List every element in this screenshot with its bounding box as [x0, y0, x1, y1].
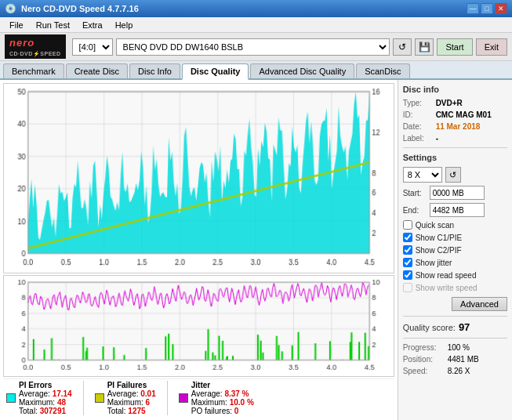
show-c2pif-checkbox[interactable] — [403, 245, 412, 255]
settings-refresh-btn[interactable]: ↺ — [445, 167, 461, 183]
show-write-speed-row: Show write speed — [403, 283, 507, 292]
drive-number-select[interactable]: [4:0] — [72, 38, 113, 56]
speed-value: 8.26 X — [448, 367, 470, 375]
pi-failures-total-val: 1275 — [128, 407, 145, 415]
start-mb-label: Start: — [403, 189, 427, 197]
id-label: ID: — [403, 110, 434, 119]
position-label: Position: — [403, 355, 446, 364]
pi-errors-max-val: 48 — [57, 398, 66, 407]
divider-3 — [403, 338, 507, 339]
end-mb-label: End: — [403, 206, 427, 215]
pi-errors-legend — [6, 393, 16, 403]
jitter-avg-val: 8.37 % — [224, 389, 249, 398]
exit-button[interactable]: Exit — [476, 38, 507, 56]
pi-errors-total-label: Total: — [19, 407, 38, 415]
jitter-po-val: 0 — [234, 407, 239, 415]
advanced-button[interactable]: Advanced — [452, 297, 507, 311]
label-value: - — [436, 134, 438, 143]
progress-value: 100 % — [448, 343, 470, 352]
pi-failures-max-val: 6 — [146, 398, 151, 407]
menu-bar: File Run Test Extra Help — [0, 17, 512, 33]
pi-failures-stats: PI Failures Average: 0.01 Maximum: 6 Tot… — [95, 381, 156, 415]
drive-select[interactable]: BENQ DVD DD DW1640 BSLB — [116, 38, 390, 56]
right-panel: Disc info Type: DVD+R ID: CMC MAG M01 Da… — [398, 80, 512, 420]
pi-failures-legend — [95, 393, 104, 403]
start-button[interactable]: Start — [437, 38, 472, 56]
jitter-po-label: PO failures: — [191, 407, 232, 415]
show-c1pie-label: Show C1/PIE — [416, 234, 462, 242]
type-label: Type: — [403, 99, 434, 107]
minimize-button[interactable]: — — [467, 3, 479, 14]
show-c2pif-label: Show C2/PIF — [416, 246, 462, 255]
disc-id-row: ID: CMC MAG M01 — [403, 110, 507, 119]
pi-errors-avg-label: Average: — [19, 389, 50, 398]
pi-failures-max-label: Maximum: — [107, 398, 143, 407]
menu-help[interactable]: Help — [109, 19, 140, 31]
tab-benchmark[interactable]: Benchmark — [3, 63, 64, 78]
end-mb-input[interactable] — [430, 203, 485, 217]
pif-chart — [3, 275, 394, 377]
close-button[interactable]: ✕ — [495, 3, 507, 14]
app-icon: 💿 — [5, 3, 16, 14]
show-c2pif-row: Show C2/PIF — [403, 245, 507, 255]
speed-select[interactable]: 8 X — [403, 167, 442, 183]
speed-row: Speed: 8.26 X — [403, 367, 507, 375]
quick-scan-row: Quick scan — [403, 220, 507, 230]
start-mb-input[interactable] — [430, 186, 485, 200]
app-logo: nero CD·DVD⚡SPEED — [5, 34, 66, 60]
quality-score-label: Quality score: — [403, 323, 456, 332]
label-label: Label: — [403, 134, 434, 143]
pi-failures-label: PI Failures — [107, 381, 156, 389]
end-mb-row: End: — [403, 203, 507, 217]
position-row: Position: 4481 MB — [403, 355, 507, 364]
show-read-speed-checkbox[interactable] — [403, 270, 412, 280]
quick-scan-checkbox[interactable] — [403, 220, 412, 230]
tab-advanced-disc-quality[interactable]: Advanced Disc Quality — [250, 63, 354, 78]
show-c1pie-row: Show C1/PIE — [403, 233, 507, 242]
stats-row: PI Errors Average: 17.14 Maximum: 48 Tot… — [3, 378, 394, 417]
pi-errors-max-label: Maximum: — [19, 398, 55, 407]
start-mb-row: Start: — [403, 186, 507, 200]
jitter-legend — [179, 393, 188, 403]
pi-failures-avg-label: Average: — [107, 389, 139, 398]
show-write-speed-label: Show write speed — [416, 284, 478, 292]
speed-label: Speed: — [403, 367, 446, 375]
pie-chart — [3, 83, 394, 273]
tab-bar: Benchmark Create Disc Disc Info Disc Qua… — [0, 61, 512, 80]
tab-disc-info[interactable]: Disc Info — [129, 63, 180, 78]
menu-extra[interactable]: Extra — [76, 19, 109, 31]
menu-run-test[interactable]: Run Test — [30, 19, 76, 31]
title-text: Nero CD-DVD Speed 4.7.7.16 — [21, 4, 465, 13]
quality-score-row: Quality score: 97 — [403, 321, 507, 333]
jitter-label: Jitter — [191, 381, 254, 389]
disc-date-row: Date: 11 Mar 2018 — [403, 122, 507, 131]
pi-errors-label: PI Errors — [19, 381, 72, 389]
menu-file[interactable]: File — [3, 19, 30, 31]
pi-errors-avg-val: 17.14 — [53, 389, 72, 398]
show-jitter-label: Show jitter — [416, 259, 452, 267]
tab-disc-quality[interactable]: Disc Quality — [182, 63, 249, 80]
date-label: Date: — [403, 122, 434, 131]
refresh-button[interactable]: ↺ — [393, 38, 412, 56]
tab-scandisc[interactable]: ScanDisc — [356, 63, 409, 78]
maximize-button[interactable]: □ — [481, 3, 493, 14]
position-value: 4481 MB — [448, 355, 479, 364]
jitter-max-label: Maximum: — [191, 398, 227, 407]
chart-area: PI Errors Average: 17.14 Maximum: 48 Tot… — [0, 80, 398, 420]
title-bar: 💿 Nero CD-DVD Speed 4.7.7.16 — □ ✕ — [0, 0, 512, 17]
save-button[interactable]: 💾 — [415, 38, 434, 56]
quality-score-value: 97 — [459, 321, 470, 333]
quick-scan-label: Quick scan — [416, 221, 454, 230]
date-value: 11 Mar 2018 — [436, 122, 481, 131]
show-jitter-checkbox[interactable] — [403, 258, 412, 267]
jitter-avg-label: Average: — [191, 389, 223, 398]
show-read-speed-row: Show read speed — [403, 270, 507, 280]
show-write-speed-checkbox[interactable] — [403, 283, 412, 292]
divider-2 — [403, 316, 507, 317]
show-jitter-row: Show jitter — [403, 258, 507, 267]
disc-info-title: Disc info — [403, 85, 507, 94]
pi-failures-avg-val: 0.01 — [140, 389, 155, 398]
show-c1pie-checkbox[interactable] — [403, 233, 412, 242]
tab-create-disc[interactable]: Create Disc — [66, 63, 128, 78]
jitter-max-val: 10.0 % — [230, 398, 254, 407]
